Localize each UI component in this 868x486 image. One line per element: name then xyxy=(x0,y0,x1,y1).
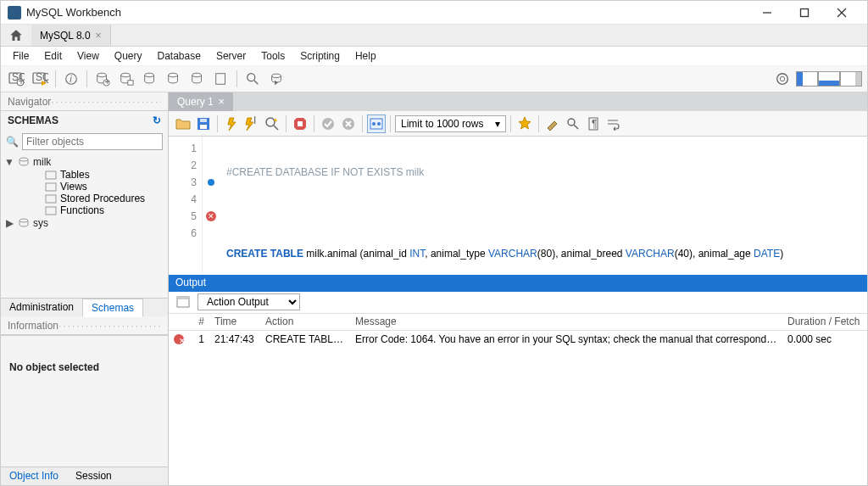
schema-node-sys[interactable]: ▶ sys xyxy=(4,216,164,230)
tree-stored-procedures[interactable]: Stored Procedures xyxy=(4,193,164,204)
folder-icon xyxy=(45,205,57,215)
info-tabs: Object Info Session xyxy=(1,466,168,485)
refresh-schemas-icon[interactable]: ↻ xyxy=(153,115,161,126)
menu-file[interactable]: File xyxy=(6,48,36,64)
svg-point-44 xyxy=(372,122,376,126)
tab-administration[interactable]: Administration xyxy=(1,299,82,316)
wrap-icon[interactable] xyxy=(604,115,623,133)
commit-icon[interactable] xyxy=(319,115,337,133)
new-sql-tab-icon[interactable]: SQL+ xyxy=(6,69,26,89)
navigator-header: Navigator ···························· xyxy=(1,92,168,111)
database-icon xyxy=(18,157,30,167)
execute-current-icon[interactable]: I xyxy=(242,115,261,133)
menu-scripting[interactable]: Scripting xyxy=(293,48,347,64)
tree-views[interactable]: Views xyxy=(4,181,164,193)
limit-rows-select[interactable]: Limit to 1000 rows▾ xyxy=(395,115,506,132)
folder-icon xyxy=(45,193,57,204)
menu-database[interactable]: Database xyxy=(151,48,208,64)
svg-point-45 xyxy=(377,122,381,126)
svg-point-15 xyxy=(121,73,131,77)
search-icon[interactable] xyxy=(242,69,263,89)
navigator-panel: Navigator ···························· S… xyxy=(1,92,169,485)
menu-server[interactable]: Server xyxy=(209,48,253,64)
sql-editor[interactable]: 123456 ✕ #CREATE DATABASE IF NOT EXISTS … xyxy=(169,137,867,275)
svg-point-24 xyxy=(777,74,788,85)
svg-line-47 xyxy=(574,125,578,129)
schemas-header: SCHEMAS ↻ xyxy=(1,111,168,130)
filter-input[interactable] xyxy=(22,133,163,150)
statement-marker-icon xyxy=(208,179,214,186)
menu-query[interactable]: Query xyxy=(108,48,149,64)
toggle-left-panel[interactable] xyxy=(796,71,818,87)
connection-tab[interactable]: MySQL 8.0 × xyxy=(31,25,111,46)
svg-rect-38 xyxy=(298,121,303,126)
expand-arrow-icon[interactable]: ▼ xyxy=(4,156,14,168)
rollback-icon[interactable] xyxy=(339,115,358,133)
maximize-button[interactable] xyxy=(786,1,823,25)
svg-point-39 xyxy=(322,118,334,130)
schema-node-milk[interactable]: ▼ milk xyxy=(4,155,164,169)
expand-arrow-icon[interactable]: ▶ xyxy=(4,217,14,229)
svg-rect-29 xyxy=(46,195,56,203)
reconnect-icon[interactable] xyxy=(266,69,287,89)
settings-gear-icon[interactable] xyxy=(772,69,793,89)
col-message[interactable]: Message xyxy=(350,314,782,329)
menu-help[interactable]: Help xyxy=(348,48,383,64)
output-view-icon[interactable] xyxy=(174,293,192,311)
db-other-icon[interactable] xyxy=(211,69,231,89)
tab-object-info[interactable]: Object Info xyxy=(1,467,67,485)
svg-text:¶: ¶ xyxy=(592,118,597,130)
toggle-right-panel[interactable] xyxy=(840,71,862,87)
menu-view[interactable]: View xyxy=(70,48,106,64)
menu-tools[interactable]: Tools xyxy=(254,48,292,64)
svg-text:+: + xyxy=(19,75,25,87)
explain-icon[interactable] xyxy=(263,115,281,133)
invisible-chars-icon[interactable]: ¶ xyxy=(584,115,603,133)
open-sql-icon[interactable]: SQL xyxy=(30,69,50,89)
db-add-icon[interactable]: + xyxy=(92,69,113,89)
col-action[interactable]: Action xyxy=(260,314,350,329)
sql-code[interactable]: #CREATE DATABASE IF NOT EXISTS milk CREA… xyxy=(220,137,790,275)
db-view-icon[interactable] xyxy=(140,69,160,89)
autocommit-toggle-icon[interactable] xyxy=(367,115,386,133)
output-row[interactable]: ✕ 1 21:47:43 CREATE TABLE ... Error Code… xyxy=(169,331,867,348)
col-index[interactable]: # xyxy=(189,314,209,329)
beautify-icon[interactable] xyxy=(515,115,534,133)
menu-edit[interactable]: Edit xyxy=(37,48,69,64)
tree-functions[interactable]: Functions xyxy=(4,204,164,216)
close-query-tab-icon[interactable]: × xyxy=(219,96,225,108)
home-tab[interactable] xyxy=(1,25,31,46)
tab-schemas[interactable]: Schemas xyxy=(82,299,143,317)
error-status-icon: ✕ xyxy=(174,334,184,344)
output-type-select[interactable]: Action Output xyxy=(198,293,300,310)
col-duration[interactable]: Duration / Fetch xyxy=(782,314,867,329)
panel-toggles xyxy=(796,71,862,87)
schema-tree[interactable]: ▼ milk Tables Views Stored Procedures Fu… xyxy=(1,154,168,298)
tab-session[interactable]: Session xyxy=(67,467,120,485)
tree-tables[interactable]: Tables xyxy=(4,169,164,181)
titlebar: MySQL Workbench xyxy=(1,1,867,25)
save-file-icon[interactable] xyxy=(194,115,213,133)
close-tab-icon[interactable]: × xyxy=(96,30,102,42)
output-selector-row: Action Output xyxy=(169,292,867,314)
svg-rect-28 xyxy=(46,183,56,191)
col-time[interactable]: Time xyxy=(209,314,260,329)
svg-rect-27 xyxy=(46,171,56,179)
close-button[interactable] xyxy=(823,1,860,25)
query-tab[interactable]: Query 1 × xyxy=(169,92,233,111)
stop-icon[interactable] xyxy=(291,115,309,133)
brush-icon[interactable] xyxy=(543,115,562,133)
minimize-button[interactable] xyxy=(748,1,786,25)
db-func-icon[interactable] xyxy=(187,69,208,89)
db-table-icon[interactable] xyxy=(116,69,136,89)
open-file-icon[interactable] xyxy=(174,115,192,133)
inspector-icon[interactable]: i xyxy=(61,69,81,89)
execute-icon[interactable] xyxy=(222,115,241,133)
find-icon[interactable] xyxy=(564,115,582,133)
toggle-bottom-panel[interactable] xyxy=(818,71,840,87)
connection-tabs: MySQL 8.0 × xyxy=(1,25,867,47)
connection-tab-label: MySQL 8.0 xyxy=(40,30,91,42)
line-gutter: 123456 xyxy=(169,137,203,275)
db-proc-icon[interactable] xyxy=(164,69,184,89)
main-toolbar: SQL+ SQL i + xyxy=(1,65,867,92)
